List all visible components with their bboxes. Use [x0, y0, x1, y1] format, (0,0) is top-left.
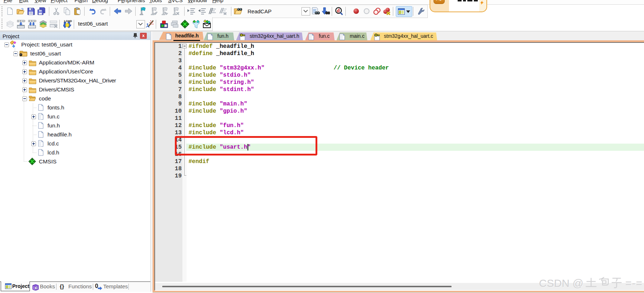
svg-text:?: ? [36, 287, 38, 290]
svg-text:1·0·1·0: 1·0·1·0 [29, 20, 36, 22]
svg-text:d: d [337, 8, 340, 13]
svg-text:1·0·1·0: 1·0·1·0 [18, 20, 25, 22]
